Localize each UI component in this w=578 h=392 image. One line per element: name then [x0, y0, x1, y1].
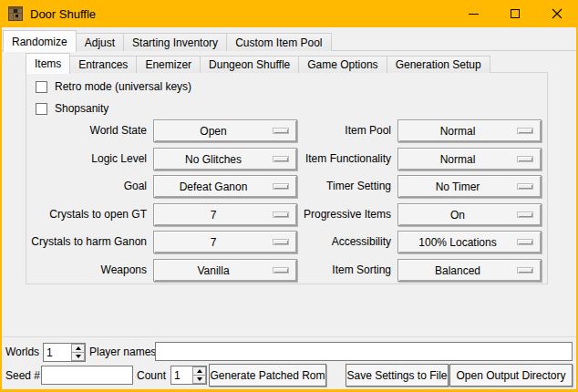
inner-tab-bar: Items Entrances Enemizer Dungeon Shuffle…	[26, 52, 490, 73]
generate-patched-rom-button[interactable]: Generate Patched Rom	[209, 364, 326, 387]
door-icon	[8, 6, 23, 21]
dropdown-indicator-icon	[517, 156, 533, 162]
tab-adjust[interactable]: Adjust	[76, 33, 124, 51]
count-label: Count	[137, 366, 166, 387]
player-names-input[interactable]	[155, 342, 573, 361]
dropdown-indicator-icon	[517, 267, 533, 273]
minimize-icon	[469, 14, 479, 15]
button-label: Save Settings to File	[346, 369, 447, 382]
crystals-harm-ganon-label: Crystals to harm Ganon	[26, 231, 147, 253]
up-arrow-icon	[197, 369, 202, 373]
item-pool-value: Normal	[440, 125, 476, 138]
tab-label: Generation Setup	[396, 58, 481, 71]
progressive-items-value: On	[450, 209, 465, 222]
spin-down-button[interactable]	[192, 375, 206, 384]
worlds-spinner-buttons	[71, 344, 85, 361]
timer-setting-dropdown[interactable]: No Timer	[397, 175, 542, 198]
maximize-button[interactable]	[494, 0, 536, 27]
goal-label: Goal	[26, 175, 147, 198]
tab-starting-inventory[interactable]: Starting Inventory	[123, 33, 227, 51]
dropdown-indicator-icon	[517, 183, 533, 190]
crystals-open-gt-value: 7	[211, 209, 217, 222]
down-arrow-icon	[76, 355, 81, 358]
dropdown-indicator-icon	[517, 211, 533, 218]
dropdown-indicator-icon	[517, 128, 533, 134]
app-window: Door Shuffle Randomize Adjust Starting I…	[0, 0, 578, 392]
logic-level-label: Logic Level	[26, 148, 147, 170]
tab-label: Items	[35, 57, 61, 70]
button-label: Open Output Directory	[456, 369, 565, 382]
item-sorting-label: Item Sorting	[245, 259, 391, 282]
tab-items[interactable]: Items	[26, 53, 70, 74]
button-label: Generate Patched Rom	[210, 369, 325, 382]
items-pane: Retro mode (universal keys) Shopsanity W…	[26, 72, 548, 284]
save-settings-button[interactable]: Save Settings to File	[346, 364, 449, 387]
progressive-items-label: Progressive Items	[245, 203, 391, 226]
minimize-button[interactable]	[452, 0, 494, 27]
accessibility-label: Accessibility	[245, 231, 391, 253]
tab-label: Custom Item Pool	[235, 36, 322, 49]
weapons-label: Weapons	[26, 259, 147, 282]
accessibility-value: 100% Locations	[418, 236, 496, 249]
retro-mode-checkbox[interactable]	[36, 81, 47, 93]
tab-enemizer[interactable]: Enemizer	[136, 56, 201, 73]
tab-label: Adjust	[85, 36, 115, 49]
worlds-label: Worlds	[5, 343, 39, 361]
spin-up-button[interactable]	[71, 344, 85, 352]
shopsanity-row: Shopsanity	[36, 102, 108, 115]
player-names-label: Player names	[89, 343, 156, 361]
tab-label: Dungeon Shuffle	[209, 58, 290, 71]
timer-setting-value: No Timer	[436, 181, 480, 193]
window-title: Door Shuffle	[30, 7, 96, 21]
crystals-harm-ganon-value: 7	[211, 236, 217, 249]
count-spinner-buttons	[192, 366, 206, 384]
spin-up-button[interactable]	[192, 366, 206, 375]
count-input[interactable]	[171, 366, 192, 384]
seed-input[interactable]	[41, 366, 133, 385]
up-arrow-icon	[76, 346, 81, 350]
tab-custom-item-pool[interactable]: Custom Item Pool	[226, 33, 331, 51]
shopsanity-label: Shopsanity	[55, 102, 108, 115]
tab-label: Enemizer	[145, 58, 191, 71]
worlds-input[interactable]	[44, 344, 71, 361]
item-sorting-dropdown[interactable]: Balanced	[397, 259, 542, 282]
caption-buttons	[452, 0, 578, 27]
worlds-spinner[interactable]	[43, 343, 86, 362]
tab-label: Randomize	[12, 36, 67, 48]
retro-mode-label: Retro mode (universal keys)	[55, 80, 191, 93]
spin-down-button[interactable]	[71, 352, 85, 361]
shopsanity-checkbox[interactable]	[36, 103, 47, 115]
tab-randomize[interactable]: Randomize	[3, 30, 77, 52]
count-spinner[interactable]	[170, 366, 207, 385]
seed-label: Seed #	[5, 366, 40, 387]
item-pool-label: Item Pool	[245, 119, 391, 142]
client-area: Randomize Adjust Starting Inventory Cust…	[2, 27, 576, 389]
bottom-bar-divider	[2, 336, 576, 337]
tab-label: Game Options	[307, 58, 377, 71]
retro-mode-row: Retro mode (universal keys)	[36, 80, 191, 93]
title-bar: Door Shuffle	[0, 0, 578, 27]
world-state-label: World State	[26, 119, 147, 142]
timer-setting-label: Timer Setting	[245, 175, 391, 198]
open-output-directory-button[interactable]: Open Output Directory	[449, 364, 573, 387]
close-icon	[552, 8, 563, 19]
item-functionality-dropdown[interactable]: Normal	[397, 148, 542, 170]
accessibility-dropdown[interactable]: 100% Locations	[397, 231, 542, 253]
weapons-value: Vanilla	[197, 264, 229, 277]
logic-level-value: No Glitches	[185, 153, 242, 166]
tab-entrances[interactable]: Entrances	[69, 56, 137, 73]
item-pool-dropdown[interactable]: Normal	[397, 119, 542, 142]
close-button[interactable]	[536, 0, 578, 27]
tab-game-options[interactable]: Game Options	[298, 56, 387, 73]
goal-value: Defeat Ganon	[180, 181, 248, 193]
world-state-value: Open	[200, 125, 226, 138]
tab-dungeon-shuffle[interactable]: Dungeon Shuffle	[200, 56, 299, 73]
dropdown-indicator-icon	[517, 239, 533, 245]
maximize-icon	[511, 9, 520, 18]
progressive-items-dropdown[interactable]: On	[397, 203, 542, 226]
crystals-open-gt-label: Crystals to open GT	[26, 203, 147, 226]
item-sorting-value: Balanced	[435, 264, 480, 277]
item-functionality-label: Item Functionality	[245, 148, 391, 170]
tab-generation-setup[interactable]: Generation Setup	[387, 56, 490, 73]
tab-label: Entrances	[78, 58, 128, 71]
